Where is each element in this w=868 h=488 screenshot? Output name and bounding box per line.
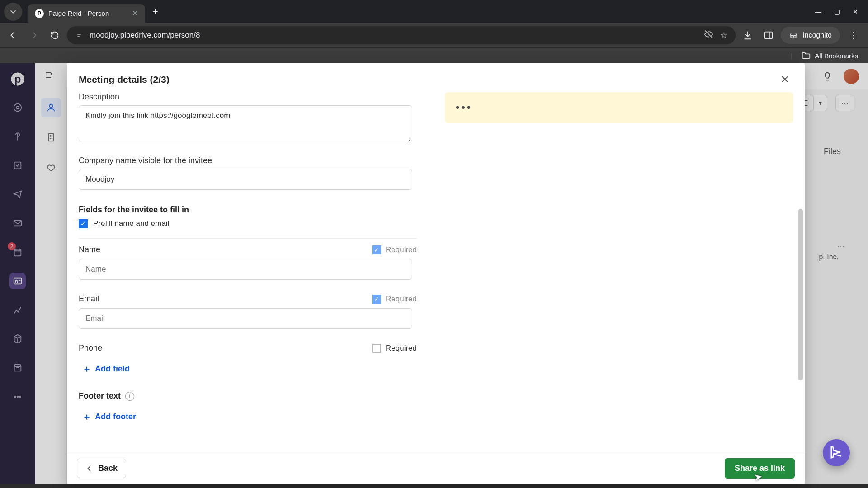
back-label: Back	[98, 464, 118, 473]
email-required-label: Required	[386, 295, 417, 304]
name-required-checkbox[interactable]: ✓	[372, 245, 381, 254]
svg-point-2	[794, 36, 796, 38]
prefill-label: Prefill name and email	[93, 219, 169, 228]
window-controls: ― ▢ ✕	[815, 8, 868, 15]
maximize-icon[interactable]: ▢	[834, 8, 840, 15]
scroll-thumb[interactable]	[798, 209, 803, 380]
modal-scrollbar[interactable]	[797, 100, 804, 443]
url-text: moodjoy.pipedrive.com/person/8	[90, 31, 698, 40]
minimize-icon[interactable]: ―	[815, 8, 821, 15]
incognito-label: Incognito	[802, 31, 832, 39]
email-input[interactable]	[79, 308, 412, 329]
svg-rect-0	[765, 32, 773, 39]
company-input[interactable]	[79, 169, 412, 190]
bookmarks-bar: | All Bookmarks	[0, 47, 868, 63]
phone-required-label: Required	[386, 344, 417, 353]
add-footer-button[interactable]: ＋ Add footer	[79, 408, 140, 426]
info-icon[interactable]: i	[125, 392, 134, 401]
address-bar[interactable]: moodjoy.pipedrive.com/person/8 ☆	[67, 26, 736, 44]
fields-section-header: Fields for the invitee to fill in	[79, 205, 417, 215]
preview-column: •••	[429, 92, 805, 452]
close-modal-icon[interactable]: ✕	[777, 71, 793, 88]
company-label: Company name visible for the invitee	[79, 156, 417, 165]
incognito-indicator[interactable]: Incognito	[781, 27, 840, 44]
add-footer-label: Add footer	[95, 412, 136, 422]
folder-icon	[801, 51, 811, 61]
email-field-label: Email	[79, 294, 99, 304]
modal-footer: Back Share as link	[67, 452, 805, 484]
browser-tab-active[interactable]: P Paige Reid - Person ✕	[28, 4, 145, 23]
plus-icon: ＋	[82, 411, 91, 423]
prefill-checkbox[interactable]: ✓	[79, 219, 88, 228]
footer-section-header: Footer text i	[79, 391, 417, 401]
tab-title: Paige Reid - Person	[48, 9, 109, 17]
eye-off-icon[interactable]	[704, 29, 714, 42]
forward-button[interactable]	[25, 27, 42, 44]
modal-title: Meeting details (2/3)	[79, 74, 170, 85]
help-fab-icon[interactable]	[823, 439, 850, 466]
app-viewport: p 2 ▼ ⋯ Files ⋯	[0, 63, 868, 484]
new-tab-button[interactable]: +	[152, 6, 158, 18]
share-as-link-button[interactable]: Share as link	[725, 458, 795, 479]
plus-icon: ＋	[82, 363, 91, 375]
name-field-label: Name	[79, 245, 100, 254]
sidepanel-icon[interactable]	[760, 27, 777, 44]
close-tab-icon[interactable]: ✕	[132, 9, 138, 18]
description-label: Description	[79, 92, 417, 102]
svg-point-1	[791, 36, 793, 38]
site-settings-icon[interactable]	[75, 30, 83, 40]
description-textarea[interactable]	[79, 105, 412, 142]
name-input[interactable]	[79, 259, 412, 280]
browser-tab-strip: P Paige Reid - Person ✕ + ― ▢ ✕	[0, 0, 868, 23]
favicon-icon: P	[35, 9, 44, 18]
close-window-icon[interactable]: ✕	[853, 8, 858, 15]
reload-button[interactable]	[46, 27, 63, 44]
phone-field-label: Phone	[79, 343, 102, 353]
phone-required-checkbox[interactable]: ✓	[372, 344, 381, 353]
all-bookmarks-button[interactable]: All Bookmarks	[815, 52, 858, 60]
meeting-details-modal: Meeting details (2/3) ✕ Description Comp…	[67, 63, 805, 484]
add-field-button[interactable]: ＋ Add field	[79, 360, 133, 378]
email-required-checkbox[interactable]: ✓	[372, 295, 381, 304]
form-column: Description Company name visible for the…	[67, 92, 429, 452]
browser-toolbar: moodjoy.pipedrive.com/person/8 ☆ Incogni…	[0, 23, 868, 47]
bookmark-star-icon[interactable]: ☆	[720, 30, 727, 40]
tab-search-button[interactable]	[4, 3, 22, 21]
browser-menu-icon[interactable]: ⋮	[844, 30, 863, 41]
downloads-icon[interactable]	[739, 27, 756, 44]
add-field-label: Add field	[95, 364, 130, 374]
back-button[interactable]: Back	[77, 459, 126, 478]
preview-loading: •••	[445, 92, 793, 123]
name-required-label: Required	[386, 245, 417, 254]
back-button[interactable]	[5, 27, 22, 44]
